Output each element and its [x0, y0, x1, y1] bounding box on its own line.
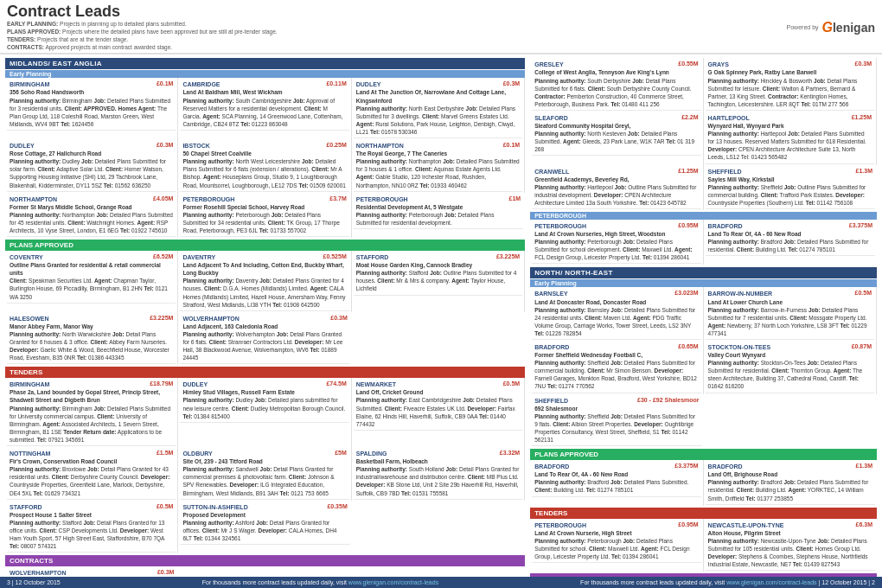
page-header: Contract Leads EARLY PLANNING: Projects … [0, 0, 882, 54]
entry-bradford-land: BRADFORD £3.375M Land To Rear Of, 4A - 6… [706, 220, 875, 256]
entry-location: BARNSLEY [534, 290, 568, 297]
list-item: SLEAFORD £2.2M Sleaford Community Hospit… [530, 112, 703, 165]
footer-right-link[interactable]: www.glenigan.com/contract-leads [726, 579, 816, 585]
entry-details: Planning authority: North East Derbyshir… [356, 105, 520, 136]
entry-value: £0.1M [503, 142, 520, 150]
list-item: GRESLEY £0.55M College of West Anglia, T… [530, 58, 703, 112]
entry-value: £0.3M [855, 61, 872, 68]
header-right: Powered by Glenigan [787, 20, 875, 35]
north-plans-approved-entries: BRADFORD £3.375M Land To Rear Of, 4A - 6… [530, 460, 877, 505]
entry-details: Planning authority: Hartlepool Job: Outl… [534, 183, 698, 207]
entry-newcastle-alton: NEWCASTLE-UPON-TYNE £6.3M Alton House, P… [706, 520, 875, 572]
powered-by-label: Powered by [787, 24, 819, 30]
entry-details: Planning authority: Wolverhampton Job: D… [182, 330, 347, 361]
entry-value: £3.32M [500, 450, 520, 457]
list-item: BRADFORD £3.375M Land To Rear Of, 4A - 6… [704, 220, 877, 265]
page-footer: 3 | 12 October 2015 For thousands more c… [0, 577, 882, 588]
entry-title-text: Residential Development At, 5 Westgate [356, 203, 521, 211]
entry-peterborough-2: PETERBOROUGH £1M Residential Development… [354, 194, 523, 229]
entry-halesowen: HALESOWEN £3.225M Manor Abbey Farm, Mano… [7, 313, 176, 365]
list-item: BRADFORD £1.3M Land Off, Brighouse Road … [704, 460, 877, 505]
tenders-header: Tenders [5, 367, 525, 378]
list-item: SUTTON-IN-ASHFIELD £0.35M Proposed Devel… [178, 501, 351, 554]
entry-title-text: Land Off, Brighouse Road [708, 470, 872, 478]
entry-location: BRADFORD [534, 463, 569, 470]
north-early-planning-entries: BARNSLEY £3.023M Land At Doncaster Road,… [530, 287, 877, 447]
entry-location: STAFFORD [10, 503, 42, 511]
list-item: NEWMARKET £0.5M Land Off, Cricket Ground… [352, 378, 525, 447]
entry-title-text: Former Sheffield Wednesday Football C, [534, 351, 698, 359]
entry-details: Planning authority: South Cambridgeshire… [182, 97, 346, 128]
entry-details: Planning authority: Bradford Job: Detail… [534, 478, 698, 494]
entry-title-text: Alton House, Pilgrim Street [708, 529, 872, 537]
entry-dudley-1: DUDLEY £0.3M Land At The Junction Of, Na… [354, 79, 522, 138]
entry-title-text: Land Adjacent To And Including, Cotton E… [182, 261, 346, 277]
early-planning-header: Early Planning [5, 70, 525, 78]
entry-value: £0.95M [678, 222, 698, 230]
list-item: SHEFFIELD £1.3M Sayles Mill Way, Kirksta… [704, 165, 877, 210]
list-item: DAVENTRY £0.525M Land Adjacent To And In… [178, 251, 351, 312]
entry-title-text: Moat House Garden King, Cannock Bradley [356, 261, 520, 269]
entry-value: £5M [335, 450, 347, 457]
entry-value: £1.3M [856, 463, 872, 470]
entry-title-text: Former St Marys Middle School, Grange Ro… [10, 203, 173, 211]
midlands-right-entries: GRESLEY £0.55M College of West Anglia, T… [530, 58, 877, 588]
entry-details: Planning authority: South Derbyshire Job… [534, 77, 698, 108]
entry-location: DAVENTRY [182, 253, 215, 261]
entry-value: £1M [509, 195, 521, 203]
list-item: STAFFORD £3.225M Moat House Garden King,… [352, 251, 525, 312]
entry-title-text: Sayles Mill Way, Kirkstall [708, 176, 872, 183]
entry-details: Planning authority: Birmingham Job: Deta… [10, 97, 173, 128]
entry-value: £6.3M [856, 521, 872, 529]
entry-birmingham-1: BIRMINGHAM £0.1M 356 Soho Road Handswort… [7, 79, 176, 131]
entry-details: Planning authority: Sheffield Job: Detai… [534, 412, 699, 444]
entry-title-text: Land Adjacent, 163 Caledonia Road [182, 323, 347, 330]
plans-approved-entries: COVENTRY £6.52M Outline Plans Granted fo… [5, 251, 525, 365]
entry-location: PETERBOROUGH [534, 521, 586, 529]
entry-peterborough-1: PETERBOROUGH £3.7M Former Rosehill Speci… [180, 194, 348, 237]
entry-title-text: Land At The Junction Of, Narrowlane And … [356, 88, 520, 104]
list-item: COVENTRY £6.52M Outline Plans Granted fo… [5, 251, 178, 312]
entry-title-text: Former Rosehill Special School, Harvey R… [182, 203, 346, 211]
entry-location: IBSTOCK [182, 142, 209, 150]
entry-location: STAFFORD [356, 253, 389, 261]
entry-value: £0.87M [852, 343, 872, 351]
list-item: BIRMINGHAM £18.79M Phase 2a, Land bounde… [5, 378, 178, 447]
entry-birmingham-tender: BIRMINGHAM £18.79M Phase 2a, Land bounde… [7, 379, 176, 446]
north-northeast-region: NORTH/ NORTH-EAST Early Planning BARNSLE… [530, 267, 877, 588]
entry-location: NORTHAMPTON [10, 195, 57, 203]
list-item: NOTTINGHAM £1.5M Fir's Crown, Conservati… [5, 447, 178, 501]
entry-value: £3.225M [150, 315, 173, 323]
entry-oldbury: OLDBURY £5M Site Of, 239 - 243 Titford R… [180, 448, 348, 500]
entry-location: HARTLEPOOL [708, 114, 750, 122]
entry-value: £0.5M [157, 503, 173, 511]
entry-location: GRAYS [708, 61, 729, 68]
entry-gresley: GRESLEY £0.55M College of West Anglia, T… [532, 59, 700, 111]
entry-value: £0.35M [327, 503, 347, 511]
entry-value: £3.7M [329, 195, 346, 203]
entry-title-text: 50 Chapel Street Coalville [182, 150, 346, 157]
entry-location: NORTHAMPTON [356, 142, 404, 150]
entry-hartlepool: HARTLEPOOL £1.25M Wynyard Hall, Wynyard … [706, 112, 874, 164]
list-item: BRADFORD £0.65M Former Sheffield Wednesd… [530, 341, 703, 394]
entry-title-text: Himley Stud Villages, Russell Farm Estat… [182, 388, 346, 396]
header-left: Contract Leads EARLY PLANNING: Projects … [7, 3, 278, 51]
entry-title-text: Land To Rear Of, 4A - 60 New Road [534, 470, 698, 478]
entry-details: Planning authority: North West Leicester… [182, 157, 346, 189]
list-item: NEWCASTLE-UPON-TYNE £6.3M Alton House, P… [704, 519, 877, 572]
peterborough-entries: PETERBOROUGH £0.95M Land At Crown Nurser… [530, 220, 877, 265]
entry-details: Planning authority: Sheffield Job: Detai… [534, 359, 698, 390]
entry-value: £3.375M [849, 222, 872, 230]
entry-details: Planning authority: Newcastle-Upon-Tyne … [708, 537, 872, 568]
entry-details: Planning authority: North Warwickshire J… [10, 330, 173, 361]
entry-title-text: 692 Shalesmoor [534, 405, 699, 412]
list-item: PETERBOROUGH £3.7M Former Rosehill Speci… [178, 193, 351, 238]
entry-location: COVENTRY [10, 253, 43, 261]
list-item: STOCKTON-ON-TEES £0.87M Valley Court Wyn… [704, 341, 877, 394]
entry-land-off-brighouse: BRADFORD £1.3M Land Off, Brighouse Road … [706, 461, 875, 504]
entry-value: £18.79M [150, 380, 173, 388]
entry-location: PETERBOROUGH [182, 195, 234, 203]
midlands-region-header: MIDLANDS/ EAST ANGLIA [5, 58, 525, 69]
list-item: STAFFORD £0.5M Prospect House 1 Salter S… [5, 501, 178, 554]
footer-middle-link[interactable]: www.glenigan.com/contract-leads [348, 579, 438, 585]
